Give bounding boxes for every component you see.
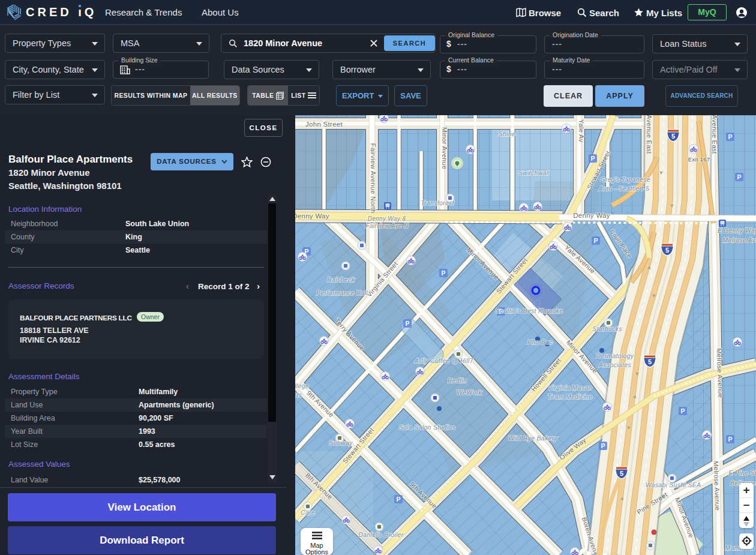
svg-text:Subway: Subway [329, 439, 353, 446]
svg-text:5: 5 [665, 247, 669, 254]
svg-text:P: P [441, 269, 445, 277]
svg-text:rts: rts [295, 391, 302, 398]
svg-text:Wild Rye Bakery: Wild Rye Bakery [508, 434, 557, 442]
svg-text:P: P [405, 320, 409, 327]
svg-text:Associates: Associates [598, 361, 631, 368]
svg-text:Artly Coffee @ Hill7: Artly Coffee @ Hill7 [414, 357, 474, 364]
svg-text:5: 5 [648, 358, 652, 365]
svg-text:5: 5 [671, 133, 675, 140]
svg-text:Wasabi Sushi SEA: Wasabi Sushi SEA [646, 481, 701, 488]
svg-text:Care: Care [301, 509, 315, 516]
svg-text:Fairview Avenue North: Fairview Avenue North [370, 143, 377, 214]
svg-text:Dermatology: Dermatology [596, 352, 634, 359]
svg-text:Sola Salon Studios: Sola Salon Studios [399, 424, 456, 431]
svg-text:P: P [601, 442, 605, 449]
svg-text:Seattle's Best Karaoke: Seattle's Best Karaoke [496, 307, 563, 314]
svg-text:E Pine St &: E Pine St & [729, 469, 756, 476]
svg-text:Denny Way: Denny Way [573, 212, 610, 219]
svg-text:Avenue East: Avenue East [646, 115, 653, 154]
svg-text:Performance Hall: Performance Hall [316, 289, 368, 296]
svg-text:Denny Way &: Denny Way & [368, 215, 406, 222]
svg-text:Avenue East: Avenue East [711, 115, 718, 154]
svg-text:Starbucks: Starbucks [592, 325, 622, 332]
svg-text:ollege: ollege [295, 382, 309, 389]
svg-text:Team Medicine: Team Medicine [548, 393, 593, 400]
svg-text:Melrose Ave: Melrose Ave [722, 236, 756, 244]
svg-text:E Denny Way &: E Denny Way & [718, 227, 756, 234]
svg-text:Pho Bac: Pho Bac [527, 338, 553, 346]
svg-text:P: P [728, 133, 732, 140]
svg-text:P: P [728, 436, 732, 443]
svg-text:Auto - Seattle I-5: Auto - Seattle I-5 [598, 185, 649, 192]
svg-text:Virginia Mason: Virginia Mason [548, 384, 592, 391]
svg-text:Denny Way: Denny Way [295, 212, 329, 220]
svg-text:P: P [396, 496, 400, 503]
svg-text:Daniel's Broiler: Daniel's Broiler [358, 531, 403, 538]
svg-text:Raisbeck: Raisbeck [327, 276, 355, 283]
svg-text:5: 5 [620, 470, 623, 477]
svg-text:P: P [590, 155, 595, 162]
svg-text:Exit 167: Exit 167 [688, 156, 710, 163]
svg-text:Redfin: Redfin [448, 377, 467, 384]
svg-text:Yale Av: Yale Av [578, 119, 585, 143]
svg-text:Minor Avenue: Minor Avenue [441, 127, 448, 170]
svg-text:Fairview Ave N: Fairview Ave N [366, 223, 409, 229]
svg-text:Switchwall: Switchwall [518, 169, 550, 176]
svg-text:P: P [680, 407, 685, 415]
svg-text:Transforest: Transforest [421, 199, 454, 206]
svg-text:P: P [593, 237, 598, 244]
svg-text:P: P [737, 173, 741, 181]
svg-text:Shine: Shine [499, 130, 515, 137]
svg-text:Greg's Japanese: Greg's Japanese [600, 176, 650, 183]
svg-text:WeWork: WeWork [457, 389, 482, 396]
svg-text:John Street: John Street [305, 121, 343, 128]
